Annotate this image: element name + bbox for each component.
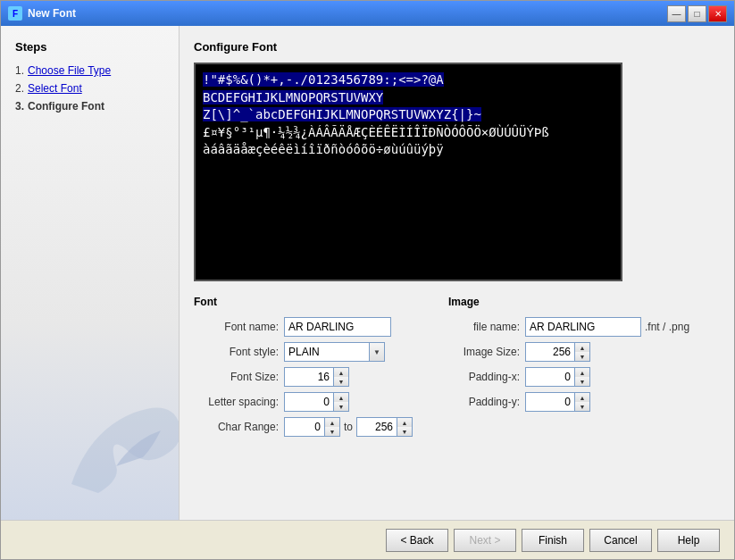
step-3-label: Configure Font bbox=[28, 100, 104, 113]
font-size-down-button[interactable]: ▼ bbox=[334, 377, 348, 386]
font-size-spinner: ▲ ▼ bbox=[284, 367, 349, 387]
close-button[interactable]: ✕ bbox=[708, 5, 727, 22]
padding-y-label: Padding-y: bbox=[448, 396, 520, 408]
image-group-title: Image bbox=[448, 296, 689, 308]
next-button[interactable]: Next > bbox=[454, 529, 516, 552]
font-size-label: Font Size: bbox=[194, 371, 279, 383]
font-size-up-button[interactable]: ▲ bbox=[334, 368, 348, 377]
font-group-title: Font bbox=[194, 296, 413, 308]
font-style-select-wrap: PLAIN BOLD ITALIC BOLD ITALIC ▼ bbox=[284, 342, 385, 362]
char-range-label: Char Range: bbox=[194, 421, 279, 433]
step-3-number: 3. bbox=[15, 100, 24, 113]
maximize-button[interactable]: □ bbox=[688, 5, 706, 22]
file-name-input[interactable] bbox=[525, 317, 641, 337]
padding-y-row: Padding-y: ▲ ▼ bbox=[448, 392, 689, 412]
char-range-to-down-button[interactable]: ▼ bbox=[397, 427, 412, 436]
step-1-number: 1. bbox=[15, 64, 24, 77]
font-size-row: Font Size: ▲ ▼ bbox=[194, 367, 413, 387]
char-range-to-input[interactable] bbox=[356, 417, 397, 437]
padding-x-up-button[interactable]: ▲ bbox=[575, 368, 589, 377]
char-range-to-spinner: ▲ ▼ bbox=[356, 417, 413, 437]
image-size-spinner-buttons: ▲ ▼ bbox=[574, 342, 590, 362]
padding-x-spinner: ▲ ▼ bbox=[525, 367, 590, 387]
image-size-up-button[interactable]: ▲ bbox=[575, 343, 589, 352]
preview-selected-text: !"#$%&()*+,-./0123456789:;<=>?@ABCDEFGHI… bbox=[203, 72, 481, 121]
padding-x-spinner-buttons: ▲ ▼ bbox=[574, 367, 590, 387]
font-preview: !"#$%&()*+,-./0123456789:;<=>?@ABCDEFGHI… bbox=[194, 63, 622, 281]
window-icon: F bbox=[8, 6, 22, 21]
preview-extended-text: £¤¥§°³¹µ¶·¼½¾¿ÀÁÂÃÄÅÆÇÈÉÊËÌÍÎÏÐÑÒÓÔÕÖ×ØÙ… bbox=[203, 125, 549, 139]
cancel-button[interactable]: Cancel bbox=[589, 529, 652, 552]
padding-y-input[interactable] bbox=[525, 392, 574, 412]
bottom-bar: < Back Next > Finish Cancel Help bbox=[1, 520, 734, 559]
letter-spacing-label: Letter spacing: bbox=[194, 396, 279, 408]
char-range-inputs: ▲ ▼ to ▲ ▼ bbox=[284, 417, 413, 437]
char-range-row: Char Range: ▲ ▼ to bbox=[194, 417, 413, 437]
char-range-from-spinner: ▲ ▼ bbox=[284, 417, 340, 437]
title-bar-buttons: — □ ✕ bbox=[667, 5, 727, 22]
font-style-select[interactable]: PLAIN BOLD ITALIC BOLD ITALIC bbox=[284, 342, 369, 362]
preview-lower-text: àáâãäåæçèéêëìíîïðñòóôõö÷øùúûüýþÿ bbox=[203, 142, 444, 156]
char-range-from-down-button[interactable]: ▼ bbox=[325, 427, 339, 436]
sidebar: Steps 1. Choose File Type 2. Select Font… bbox=[1, 26, 180, 520]
right-panel: Configure Font !"#$%&()*+,-./0123456789:… bbox=[180, 26, 734, 520]
finish-button[interactable]: Finish bbox=[522, 529, 584, 552]
steps-list: 1. Choose File Type 2. Select Font 3. Co… bbox=[15, 64, 164, 113]
image-size-row: Image Size: ▲ ▼ bbox=[448, 342, 689, 362]
char-range-from-input[interactable] bbox=[284, 417, 324, 437]
step-2: 2. Select Font bbox=[15, 82, 164, 95]
file-name-inputs: .fnt / .png bbox=[525, 317, 689, 337]
title-bar: F New Font — □ ✕ bbox=[1, 1, 734, 26]
step-2-number: 2. bbox=[15, 82, 24, 95]
sidebar-watermark bbox=[63, 395, 180, 502]
char-range-to-label: to bbox=[344, 421, 353, 433]
image-size-spinner: ▲ ▼ bbox=[525, 342, 590, 362]
step-2-link[interactable]: Select Font bbox=[28, 82, 82, 95]
image-size-down-button[interactable]: ▼ bbox=[575, 352, 589, 361]
padding-y-down-button[interactable]: ▼ bbox=[575, 402, 589, 411]
font-style-label: Font style: bbox=[194, 346, 279, 358]
back-button[interactable]: < Back bbox=[386, 529, 448, 552]
char-range-to-up-button[interactable]: ▲ bbox=[397, 418, 412, 427]
image-size-label: Image Size: bbox=[448, 346, 520, 358]
letter-spacing-input[interactable] bbox=[284, 392, 333, 412]
main-window: F New Font — □ ✕ Steps 1. Choose File Ty… bbox=[0, 0, 735, 560]
padding-y-spinner-buttons: ▲ ▼ bbox=[574, 392, 590, 412]
file-name-label: file name: bbox=[448, 321, 520, 333]
padding-y-spinner: ▲ ▼ bbox=[525, 392, 590, 412]
letter-spacing-spinner-buttons: ▲ ▼ bbox=[333, 392, 349, 412]
font-name-row: Font name: bbox=[194, 317, 413, 337]
file-ext-label: .fnt / .png bbox=[645, 321, 689, 333]
main-content: Steps 1. Choose File Type 2. Select Font… bbox=[1, 26, 734, 520]
font-style-dropdown-arrow[interactable]: ▼ bbox=[369, 342, 385, 362]
steps-title: Steps bbox=[15, 40, 164, 54]
step-1: 1. Choose File Type bbox=[15, 64, 164, 77]
padding-x-label: Padding-x: bbox=[448, 371, 520, 383]
step-1-link[interactable]: Choose File Type bbox=[28, 64, 111, 77]
padding-y-up-button[interactable]: ▲ bbox=[575, 393, 589, 402]
window-title: New Font bbox=[28, 7, 667, 20]
font-name-input[interactable] bbox=[284, 317, 391, 337]
file-name-row: file name: .fnt / .png bbox=[448, 317, 689, 337]
char-range-from-up-button[interactable]: ▲ bbox=[325, 418, 339, 427]
form-area: Font Font name: Font style: PLAIN BOLD I… bbox=[194, 296, 720, 442]
font-style-row: Font style: PLAIN BOLD ITALIC BOLD ITALI… bbox=[194, 342, 413, 362]
panel-title: Configure Font bbox=[194, 40, 720, 54]
minimize-button[interactable]: — bbox=[667, 5, 686, 22]
font-size-input[interactable] bbox=[284, 367, 333, 387]
padding-x-down-button[interactable]: ▼ bbox=[575, 377, 589, 386]
char-range-from-spinner-buttons: ▲ ▼ bbox=[324, 417, 340, 437]
letter-spacing-down-button[interactable]: ▼ bbox=[334, 402, 348, 411]
font-group: Font Font name: Font style: PLAIN BOLD I… bbox=[194, 296, 413, 442]
padding-x-input[interactable] bbox=[525, 367, 574, 387]
char-range-to-spinner-buttons: ▲ ▼ bbox=[397, 417, 413, 437]
letter-spacing-spinner: ▲ ▼ bbox=[284, 392, 349, 412]
image-size-input[interactable] bbox=[525, 342, 574, 362]
help-button[interactable]: Help bbox=[657, 529, 720, 552]
letter-spacing-row: Letter spacing: ▲ ▼ bbox=[194, 392, 413, 412]
font-name-label: Font name: bbox=[194, 321, 279, 333]
letter-spacing-up-button[interactable]: ▲ bbox=[334, 393, 348, 402]
font-preview-text: !"#$%&()*+,-./0123456789:;<=>?@ABCDEFGHI… bbox=[196, 64, 621, 166]
step-3: 3. Configure Font bbox=[15, 100, 164, 113]
image-group: Image file name: .fnt / .png Image Size: bbox=[448, 296, 689, 442]
